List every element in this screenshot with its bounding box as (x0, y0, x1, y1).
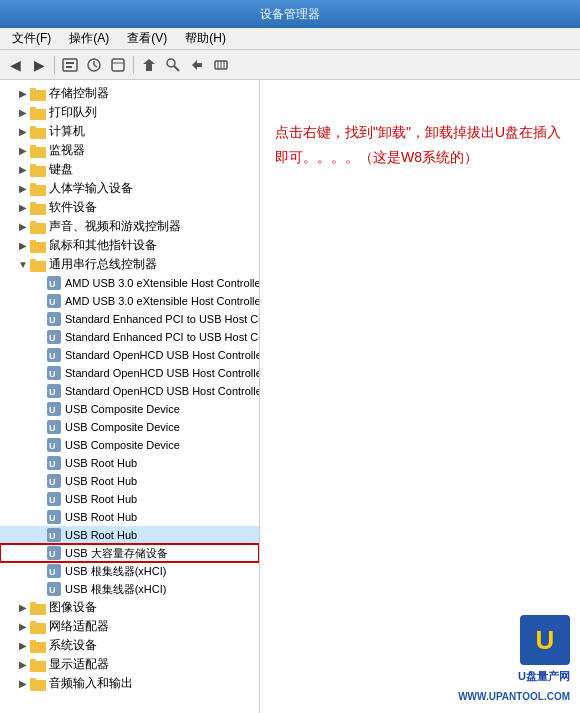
toolbar-sep-1 (54, 56, 55, 74)
tree-icon-usb: U (46, 311, 62, 327)
watermark-url: WWW.UPANTOOL.COM (458, 688, 570, 705)
tree-item-std-ohci3[interactable]: UStandard OpenHCD USB Host Controller (0, 382, 259, 400)
toolbar-btn-2[interactable] (83, 54, 105, 76)
tree-label-usb-comp3: USB Composite Device (65, 439, 180, 451)
tree-item-usb-root2[interactable]: UUSB Root Hub (0, 472, 259, 490)
tree-item-usb-mass[interactable]: UUSB 大容量存储设备 (0, 544, 259, 562)
toolbar: ◀ ▶ (0, 50, 580, 80)
tree-label-std-ohci1: Standard OpenHCD USB Host Controller (65, 349, 260, 361)
tree-label-usb-root2: USB Root Hub (65, 475, 137, 487)
tree-icon-usb: U (46, 509, 62, 525)
tree-expand-display-adapter[interactable]: ▶ (16, 659, 30, 670)
tree-label-software-dev: 软件设备 (49, 199, 97, 216)
tree-expand-sound[interactable]: ▶ (16, 221, 30, 232)
tree-expand-image-dev[interactable]: ▶ (16, 602, 30, 613)
toolbar-btn-1[interactable] (59, 54, 81, 76)
tree-item-image-dev[interactable]: ▶图像设备 (0, 598, 259, 617)
watermark-logo: U (520, 615, 570, 665)
tree-item-display-adapter[interactable]: ▶显示适配器 (0, 655, 259, 674)
tree-item-monitor[interactable]: ▶监视器 (0, 141, 259, 160)
svg-rect-71 (30, 602, 36, 606)
tree-item-computer[interactable]: ▶计算机 (0, 122, 259, 141)
svg-rect-79 (30, 678, 36, 682)
svg-rect-23 (30, 164, 36, 168)
tree-item-std-ohci1[interactable]: UStandard OpenHCD USB Host Controller (0, 346, 259, 364)
tree-item-keyboard[interactable]: ▶键盘 (0, 160, 259, 179)
device-tree[interactable]: ▶存储控制器▶打印队列▶计算机▶监视器▶键盘▶人体学输入设备▶软件设备▶声音、视… (0, 80, 260, 713)
svg-rect-15 (30, 88, 36, 92)
tree-item-audio-input[interactable]: ▶音频输入和输出 (0, 674, 259, 693)
tree-item-usb-comp1[interactable]: UUSB Composite Device (0, 400, 259, 418)
svg-rect-73 (30, 621, 36, 625)
tree-icon-folder (30, 143, 46, 159)
tree-item-sound[interactable]: ▶声音、视频和游戏控制器 (0, 217, 259, 236)
toolbar-btn-7[interactable] (210, 54, 232, 76)
tree-expand-system-dev[interactable]: ▶ (16, 640, 30, 651)
tree-expand-usb-ctrl[interactable]: ▼ (16, 259, 30, 270)
menu-action[interactable]: 操作(A) (61, 28, 117, 49)
tree-item-usb-comp3[interactable]: UUSB Composite Device (0, 436, 259, 454)
tree-expand-software-dev[interactable]: ▶ (16, 202, 30, 213)
tree-icon-usb: U (46, 563, 62, 579)
tree-label-computer: 计算机 (49, 123, 85, 140)
tree-item-std-ehci1[interactable]: UStandard Enhanced PCI to USB Host Contr… (0, 310, 259, 328)
tree-item-usb-root3[interactable]: UUSB Root Hub (0, 490, 259, 508)
tree-expand-monitor[interactable]: ▶ (16, 145, 30, 156)
tree-icon-folder (30, 200, 46, 216)
tree-label-usb-hub-xhci: USB 根集线器(xHCI) (65, 564, 166, 579)
tree-icon-usb: U (46, 527, 62, 543)
tree-icon-usb: U (46, 473, 62, 489)
tree-label-storage-ctrl: 存储控制器 (49, 85, 109, 102)
tree-label-std-ehci2: Standard Enhanced PCI to USB Host Contro… (65, 331, 260, 343)
tree-item-usb-hub-xhci2[interactable]: UUSB 根集线器(xHCI) (0, 580, 259, 598)
tree-expand-mouse[interactable]: ▶ (16, 240, 30, 251)
tree-item-software-dev[interactable]: ▶软件设备 (0, 198, 259, 217)
tree-expand-keyboard[interactable]: ▶ (16, 164, 30, 175)
tree-item-printer[interactable]: ▶打印队列 (0, 103, 259, 122)
toolbar-btn-4[interactable] (138, 54, 160, 76)
tree-item-system-dev[interactable]: ▶系统设备 (0, 636, 259, 655)
svg-rect-19 (30, 126, 36, 130)
svg-text:U: U (49, 279, 56, 289)
tree-expand-computer[interactable]: ▶ (16, 126, 30, 137)
tree-label-usb-ctrl: 通用串行总线控制器 (49, 256, 157, 273)
tree-item-usb-root4[interactable]: UUSB Root Hub (0, 508, 259, 526)
toolbar-btn-6[interactable] (186, 54, 208, 76)
svg-text:U: U (49, 405, 56, 415)
menu-help[interactable]: 帮助(H) (177, 28, 234, 49)
tree-item-usb-ctrl[interactable]: ▼通用串行总线控制器 (0, 255, 259, 274)
tree-item-usb-comp2[interactable]: UUSB Composite Device (0, 418, 259, 436)
menu-file[interactable]: 文件(F) (4, 28, 59, 49)
svg-text:U: U (49, 549, 56, 559)
tree-item-std-ehci2[interactable]: UStandard Enhanced PCI to USB Host Contr… (0, 328, 259, 346)
svg-text:U: U (49, 531, 56, 541)
tree-item-human-input[interactable]: ▶人体学输入设备 (0, 179, 259, 198)
svg-text:U: U (49, 297, 56, 307)
tree-item-storage-ctrl[interactable]: ▶存储控制器 (0, 84, 259, 103)
back-button[interactable]: ◀ (4, 54, 26, 76)
toolbar-btn-5[interactable] (162, 54, 184, 76)
menu-view[interactable]: 查看(V) (119, 28, 175, 49)
toolbar-btn-3[interactable] (107, 54, 129, 76)
tree-expand-printer[interactable]: ▶ (16, 107, 30, 118)
tree-item-network[interactable]: ▶网络适配器 (0, 617, 259, 636)
tree-expand-audio-input[interactable]: ▶ (16, 678, 30, 689)
tree-icon-folder (30, 619, 46, 635)
tree-label-mouse: 鼠标和其他指针设备 (49, 237, 157, 254)
tree-item-usb-root1[interactable]: UUSB Root Hub (0, 454, 259, 472)
tree-icon-usb: U (46, 581, 62, 597)
tree-expand-storage-ctrl[interactable]: ▶ (16, 88, 30, 99)
tree-expand-network[interactable]: ▶ (16, 621, 30, 632)
tree-item-std-ohci2[interactable]: UStandard OpenHCD USB Host Controller (0, 364, 259, 382)
svg-text:U: U (49, 387, 56, 397)
tree-item-usb-hub-xhci[interactable]: UUSB 根集线器(xHCI) (0, 562, 259, 580)
toolbar-sep-2 (133, 56, 134, 74)
tree-item-amd-usb2[interactable]: UAMD USB 3.0 eXtensible Host Controller … (0, 292, 259, 310)
svg-rect-77 (30, 659, 36, 663)
tree-icon-folder (30, 257, 46, 273)
forward-button[interactable]: ▶ (28, 54, 50, 76)
tree-item-mouse[interactable]: ▶鼠标和其他指针设备 (0, 236, 259, 255)
tree-item-amd-usb1[interactable]: UAMD USB 3.0 eXtensible Host Controller … (0, 274, 259, 292)
tree-item-usb-root5[interactable]: UUSB Root Hub (0, 526, 259, 544)
tree-expand-human-input[interactable]: ▶ (16, 183, 30, 194)
